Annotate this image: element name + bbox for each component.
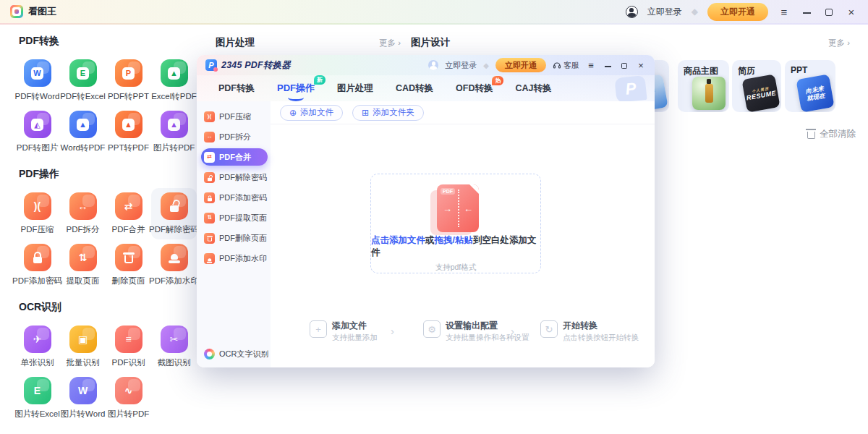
sidebar-tool-图片转PDF[interactable]: ▲图片转PDF	[151, 106, 197, 158]
dialog-sidebar-item-PDF添加密码[interactable]: PDF添加密码	[201, 189, 268, 206]
watermark-logo: P	[614, 75, 647, 103]
design-card-商品主图[interactable]: 商品主图	[678, 60, 729, 112]
tool-label: Excel转PDF	[151, 91, 197, 102]
design-card-label: 商品主图	[684, 65, 723, 77]
step-title: 开始转换	[563, 320, 639, 331]
tool-glyph: ≡	[125, 334, 131, 344]
close-button[interactable]: ×	[845, 7, 858, 17]
user-avatar-icon[interactable]	[626, 6, 638, 18]
step-description: 支持批量操作和各种设置	[446, 333, 529, 343]
tool-glyph: ∿	[124, 386, 133, 396]
tool-icon: E	[69, 59, 97, 87]
sidebar-tool-图片转Word[interactable]: W图片转Word	[60, 373, 106, 424]
workflow-steps: +添加文件支持批量添加›⚙设置输出配置支持批量操作和各种设置›↻开始转换点击转换…	[271, 320, 655, 349]
tool-icon: W	[24, 59, 51, 87]
app-logo-icon	[10, 5, 23, 18]
tool-icon: ◭	[24, 111, 51, 138]
folder-plus-icon: ⊞	[362, 109, 369, 117]
more-link-image-processing[interactable]: 更多 ›	[379, 38, 401, 48]
dialog-sidebar-item-PDF合并[interactable]: ⇄PDF合并	[201, 148, 268, 166]
upgrade-button[interactable]: 立即开通	[707, 3, 768, 21]
sidebar-tool-PDF添加密码[interactable]: PDF添加密码	[14, 239, 60, 291]
login-link[interactable]: 立即登录	[445, 60, 477, 71]
dialog-sidebar-item-PDF压缩[interactable]: )(PDF压缩	[201, 108, 268, 125]
minimize-button[interactable]	[800, 7, 813, 17]
dialog-sidebar-item-PDF拆分[interactable]: ↔PDF拆分	[201, 128, 268, 145]
sidebar-tool-PDF解除密码[interactable]: PDF解除密码	[151, 188, 197, 239]
add-folder-button[interactable]: ⊞ 添加文件夹	[352, 105, 424, 121]
close-button[interactable]: ×	[636, 61, 646, 70]
plus-circle-icon: ⊕	[289, 109, 297, 117]
sidebar-tool-PDF转图片[interactable]: ◭PDF转图片	[14, 106, 60, 158]
sidebar-tool-PDF转Word[interactable]: WPDF转Word	[14, 55, 60, 106]
vip-gem-icon[interactable]: ◆	[692, 7, 698, 17]
sidebar-tool-删除页面[interactable]: 删除页面	[106, 239, 151, 291]
sidebar-tool-PDF合并[interactable]: ⇄PDF合并	[106, 188, 151, 239]
tab-PDF操作[interactable]: PDF操作新	[277, 82, 315, 95]
tab-图片处理[interactable]: 图片处理	[337, 82, 373, 95]
app-titlebar: 看图王 立即登录 ◆ 立即开通 ≡ ×	[0, 0, 868, 23]
maximize-button[interactable]	[619, 61, 629, 70]
sidebar-tool-PDF转PPT[interactable]: PPDF转PPT	[106, 55, 151, 106]
sidebar-section: PDF操作)(PDF压缩↔PDF拆分⇄PDF合并PDF解除密码PDF添加密码⇅提…	[14, 168, 197, 291]
sidebar-tool-提取页面[interactable]: ⇅提取页面	[60, 239, 106, 291]
dialog-sidebar-item-label: PDF解除密码	[219, 172, 267, 183]
sidebar-tool-图片转PDF[interactable]: ∿图片转PDF	[106, 373, 151, 424]
tool-label: 单张识别	[21, 357, 54, 368]
sidebar-tool-单张识别[interactable]: ✈单张识别	[14, 321, 60, 373]
login-link[interactable]: 立即登录	[647, 6, 682, 18]
dialog-sidebar-item-PDF添加水印[interactable]: PDF添加水印	[201, 250, 268, 267]
tool-icon: W	[69, 377, 97, 404]
dropzone-text-part: 点击添加文件	[371, 235, 425, 245]
sidebar-tool-grid: WPDF转WordEPDF转ExcelPPDF转PPT▲Excel转PDF◭PD…	[14, 55, 197, 158]
chevron-right-icon: ›	[391, 325, 394, 337]
tool-icon: ⇄	[115, 192, 142, 220]
tool-icon: ▣	[69, 326, 97, 353]
tool-badge-letter: P	[122, 67, 135, 80]
sidebar-tool-Excel转PDF[interactable]: ▲Excel转PDF	[151, 55, 197, 106]
dialog-sidebar-item-ocr[interactable]: OCR文字识别	[204, 349, 268, 359]
sidebar-tool-Word转PDF[interactable]: ▲Word转PDF	[60, 106, 106, 158]
dialog-sidebar-item-PDF删除页面[interactable]: PDF删除页面	[201, 229, 268, 247]
sidebar-tool-PDF添加水印[interactable]: PDF添加水印	[151, 239, 197, 291]
tab-OFD转换[interactable]: OFD转换热	[456, 82, 493, 95]
minimize-button[interactable]	[603, 61, 613, 70]
sidebar-tool-grid: ✈单张识别▣批量识别≡PDF识别✂截图识别E图片转ExcelW图片转Word∿图…	[14, 321, 197, 424]
maximize-button[interactable]	[822, 7, 835, 17]
design-card-PPT[interactable]: PPT向未来就现在	[785, 60, 835, 112]
dialog-sidebar-item-PDF解除密码[interactable]: PDF解除密码	[201, 169, 268, 186]
tool-badge-letter: ◭	[31, 119, 43, 131]
sidebar-tool-PDF拆分[interactable]: ↔PDF拆分	[60, 188, 106, 239]
clear-all-button[interactable]: 全部清除	[807, 128, 856, 140]
sidebar-tool-PPT转PDF[interactable]: ▲PPT转PDF	[106, 106, 151, 158]
menu-icon[interactable]: ≡	[586, 61, 596, 70]
tab-CAD转换[interactable]: CAD转换	[396, 82, 433, 95]
workflow-step-3: ↻开始转换点击转换按钮开始转换	[540, 320, 639, 343]
tab-PDF转换[interactable]: PDF转换	[218, 82, 255, 95]
arrow-right-icon: →	[443, 203, 452, 214]
sidebar-tool-PDF转Excel[interactable]: EPDF转Excel	[60, 55, 106, 106]
upgrade-button[interactable]: 立即开通	[495, 58, 546, 72]
sidebar-tool-PDF压缩[interactable]: )(PDF压缩	[14, 188, 60, 239]
file-dropzone[interactable]: PDF → ← 点击添加文件或拖拽/粘贴到空白处添加文件 支持pdf格式	[370, 174, 541, 273]
dialog-sidebar-item-PDF提取页面[interactable]: ⇅PDF提取页面	[201, 209, 268, 226]
add-file-button[interactable]: ⊕ 添加文件	[280, 105, 343, 121]
ocr-label: OCR文字识别	[219, 349, 268, 359]
customer-service-button[interactable]: 客服	[553, 60, 579, 71]
dialog-sidebar-item-label: PDF合并	[219, 152, 251, 163]
sidebar-tool-批量识别[interactable]: ▣批量识别	[60, 321, 106, 373]
tab-badge: 热	[492, 76, 503, 85]
more-link-image-design[interactable]: 更多 ›	[828, 38, 850, 48]
sidebar-tool-截图识别[interactable]: ✂截图识别	[151, 321, 197, 373]
dropzone-hint: 支持pdf格式	[435, 263, 477, 273]
menu-icon[interactable]: ≡	[778, 7, 791, 17]
dialog-content: ⊕ 添加文件 ⊞ 添加文件夹 PDF	[271, 101, 655, 367]
customer-service-label: 客服	[563, 60, 579, 71]
sidebar-tool-PDF识别[interactable]: ≡PDF识别	[106, 321, 151, 373]
app-sidebar: PDF转换WPDF转WordEPDF转ExcelPPDF转PPT▲Excel转P…	[14, 33, 197, 434]
tab-CAJ转换[interactable]: CAJ转换	[515, 82, 551, 95]
user-avatar-icon[interactable]	[428, 60, 438, 70]
design-card-简历[interactable]: 简历个人简历RESUME	[732, 60, 781, 112]
vip-gem-icon[interactable]: ◆	[483, 61, 489, 69]
sidebar-tool-图片转Excel[interactable]: E图片转Excel	[14, 373, 60, 424]
